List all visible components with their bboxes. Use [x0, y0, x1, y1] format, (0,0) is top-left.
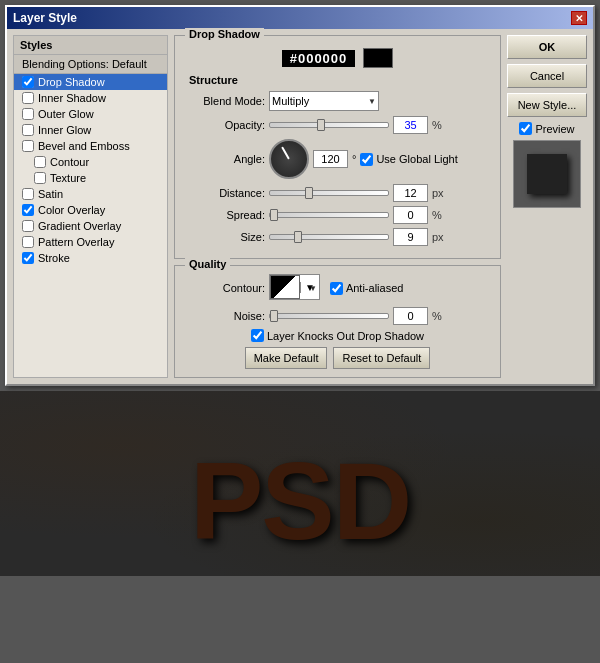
- opacity-slider[interactable]: [269, 122, 389, 128]
- global-light-checkbox[interactable]: [360, 153, 373, 166]
- distance-thumb[interactable]: [305, 187, 313, 199]
- size-slider[interactable]: [269, 234, 389, 240]
- angle-dial[interactable]: [269, 139, 309, 179]
- sidebar-item-contour[interactable]: Contour: [14, 154, 167, 170]
- stroke-checkbox[interactable]: [22, 252, 34, 264]
- sidebar-item-bevel-emboss[interactable]: Bevel and Emboss: [14, 138, 167, 154]
- stroke-label: Stroke: [38, 252, 70, 264]
- outer-glow-label: Outer Glow: [38, 108, 94, 120]
- contour-dropdown-arrow[interactable]: ▼: [300, 282, 319, 293]
- reset-default-button[interactable]: Reset to Default: [333, 347, 430, 369]
- title-bar: Layer Style ✕: [7, 7, 593, 29]
- blending-options-label: Blending Options: Default: [22, 58, 147, 70]
- sidebar-item-outer-glow[interactable]: Outer Glow: [14, 106, 167, 122]
- noise-input[interactable]: [393, 307, 428, 325]
- contour-checkbox[interactable]: [34, 156, 46, 168]
- global-light-label[interactable]: Use Global Light: [360, 153, 457, 166]
- contour-wrapper: ▼: [269, 274, 320, 302]
- preview-square: [527, 154, 567, 194]
- sidebar-item-stroke[interactable]: Stroke: [14, 250, 167, 266]
- bevel-emboss-label: Bevel and Emboss: [38, 140, 130, 152]
- cancel-button[interactable]: Cancel: [507, 64, 587, 88]
- color-overlay-checkbox[interactable]: [22, 204, 34, 216]
- size-unit: px: [432, 231, 444, 243]
- drop-shadow-section: Drop Shadow #000000 Structure Blend Mode…: [174, 35, 501, 259]
- preview-check-row: Preview: [507, 122, 587, 135]
- blend-mode-row: Blend Mode: Multiply Normal Screen Overl…: [185, 91, 490, 111]
- anti-aliased-label[interactable]: Anti-aliased: [330, 282, 403, 295]
- inner-shadow-label: Inner Shadow: [38, 92, 106, 104]
- sidebar-item-inner-shadow[interactable]: Inner Shadow: [14, 90, 167, 106]
- preview-checkbox[interactable]: [519, 122, 532, 135]
- gradient-overlay-checkbox[interactable]: [22, 220, 34, 232]
- sidebar-item-satin[interactable]: Satin: [14, 186, 167, 202]
- contour-preview[interactable]: [270, 275, 300, 299]
- opacity-input[interactable]: [393, 116, 428, 134]
- right-panel: OK Cancel New Style... Preview: [507, 35, 587, 378]
- spread-input[interactable]: [393, 206, 428, 224]
- sidebar-item-gradient-overlay[interactable]: Gradient Overlay: [14, 218, 167, 234]
- blend-mode-select[interactable]: Multiply Normal Screen Overlay: [269, 91, 379, 111]
- opacity-unit: %: [432, 119, 442, 131]
- distance-row: Distance: px: [185, 184, 490, 202]
- angle-input[interactable]: [313, 150, 348, 168]
- close-button[interactable]: ✕: [571, 11, 587, 25]
- drop-shadow-checkbox[interactable]: [22, 76, 34, 88]
- sidebar-item-color-overlay[interactable]: Color Overlay: [14, 202, 167, 218]
- inner-shadow-checkbox[interactable]: [22, 92, 34, 104]
- layer-style-dialog: Layer Style ✕ Styles Blending Options: D…: [5, 5, 595, 386]
- distance-label: Distance:: [185, 187, 265, 199]
- make-default-button[interactable]: Make Default: [245, 347, 328, 369]
- color-swatch[interactable]: [363, 48, 393, 68]
- satin-checkbox[interactable]: [22, 188, 34, 200]
- size-thumb[interactable]: [294, 231, 302, 243]
- noise-thumb[interactable]: [270, 310, 278, 322]
- anti-aliased-text: Anti-aliased: [346, 282, 403, 294]
- sidebar-item-texture[interactable]: Texture: [14, 170, 167, 186]
- size-label: Size:: [185, 231, 265, 243]
- contour-label: Contour: [50, 156, 89, 168]
- texture-checkbox[interactable]: [34, 172, 46, 184]
- quality-title: Quality: [185, 258, 230, 270]
- gradient-overlay-label: Gradient Overlay: [38, 220, 121, 232]
- blend-mode-label: Blend Mode:: [185, 95, 265, 107]
- angle-row: Angle: ° Use Global Light: [185, 139, 490, 179]
- noise-row: Noise: %: [185, 307, 490, 325]
- ok-button[interactable]: OK: [507, 35, 587, 59]
- distance-input[interactable]: [393, 184, 428, 202]
- main-panel: Drop Shadow #000000 Structure Blend Mode…: [174, 35, 501, 378]
- opacity-thumb[interactable]: [317, 119, 325, 131]
- drop-shadow-label: Drop Shadow: [38, 76, 105, 88]
- sidebar-item-pattern-overlay[interactable]: Pattern Overlay: [14, 234, 167, 250]
- new-style-button[interactable]: New Style...: [507, 93, 587, 117]
- canvas-psd-text: PSD: [190, 446, 410, 556]
- bevel-emboss-checkbox[interactable]: [22, 140, 34, 152]
- action-row: Make Default Reset to Default: [185, 347, 490, 369]
- knockout-checkbox[interactable]: [251, 329, 264, 342]
- distance-unit: px: [432, 187, 444, 199]
- size-input[interactable]: [393, 228, 428, 246]
- sidebar-item-inner-glow[interactable]: Inner Glow: [14, 122, 167, 138]
- distance-slider[interactable]: [269, 190, 389, 196]
- preview-box: [513, 140, 581, 208]
- satin-label: Satin: [38, 188, 63, 200]
- dialog-body: Styles Blending Options: Default Drop Sh…: [7, 29, 593, 384]
- inner-glow-checkbox[interactable]: [22, 124, 34, 136]
- structure-title: Structure: [189, 74, 490, 86]
- knockout-label[interactable]: Layer Knocks Out Drop Shadow: [251, 329, 424, 342]
- outer-glow-checkbox[interactable]: [22, 108, 34, 120]
- spread-thumb[interactable]: [270, 209, 278, 221]
- pattern-overlay-label: Pattern Overlay: [38, 236, 114, 248]
- sidebar-item-drop-shadow[interactable]: Drop Shadow: [14, 74, 167, 90]
- anti-aliased-checkbox[interactable]: [330, 282, 343, 295]
- inner-glow-label: Inner Glow: [38, 124, 91, 136]
- spread-row: Spread: %: [185, 206, 490, 224]
- pattern-overlay-checkbox[interactable]: [22, 236, 34, 248]
- noise-slider[interactable]: [269, 313, 389, 319]
- degree-symbol: °: [352, 153, 356, 165]
- sidebar-item-blending[interactable]: Blending Options: Default: [14, 55, 167, 74]
- knockout-text: Layer Knocks Out Drop Shadow: [267, 330, 424, 342]
- left-panel: Styles Blending Options: Default Drop Sh…: [13, 35, 168, 378]
- global-light-text: Use Global Light: [376, 153, 457, 165]
- spread-slider[interactable]: [269, 212, 389, 218]
